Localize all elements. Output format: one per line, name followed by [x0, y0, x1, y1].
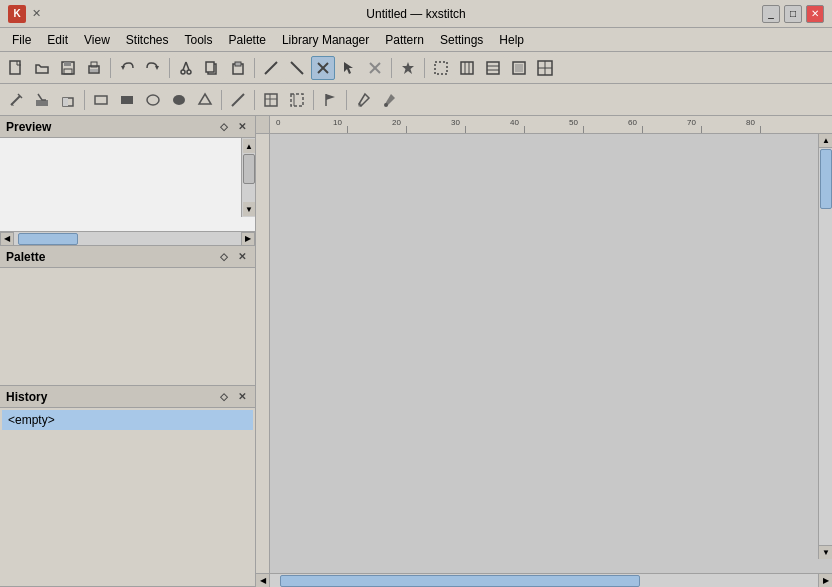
ruler-h-tick: 20: [392, 118, 401, 127]
line-button[interactable]: [285, 56, 309, 80]
fill-button[interactable]: [30, 88, 54, 112]
menu-file[interactable]: File: [4, 31, 39, 49]
sel-magic-button[interactable]: [533, 56, 557, 80]
maximize-button[interactable]: □: [784, 5, 802, 23]
history-controls: ◇ ✕: [217, 390, 249, 404]
close-button[interactable]: ✕: [806, 5, 824, 23]
cut-button[interactable]: [174, 56, 198, 80]
polygon-button[interactable]: [193, 88, 217, 112]
menu-palette[interactable]: Palette: [221, 31, 274, 49]
rect-button[interactable]: [89, 88, 113, 112]
svg-rect-30: [515, 64, 523, 72]
ruler-h-line: [642, 126, 643, 133]
menu-tools[interactable]: Tools: [177, 31, 221, 49]
menu-pattern[interactable]: Pattern: [377, 31, 432, 49]
palette-panel: Palette ◇ ✕: [0, 246, 255, 386]
grid-button[interactable]: [259, 88, 283, 112]
ruler-h-tick: 0: [276, 118, 280, 127]
preview-vscrollbar[interactable]: ▲ ▼: [241, 138, 255, 217]
menubar: File Edit View Stitches Tools Palette Li…: [0, 28, 832, 52]
line3-button[interactable]: [226, 88, 250, 112]
sel-col-button[interactable]: [455, 56, 479, 80]
svg-rect-22: [435, 62, 447, 74]
menu-stitches[interactable]: Stitches: [118, 31, 177, 49]
palette-float-button[interactable]: ◇: [217, 250, 231, 264]
svg-line-10: [186, 62, 189, 70]
fill-rect-button[interactable]: [115, 88, 139, 112]
svg-line-16: [291, 62, 303, 74]
fill-ellipse-button[interactable]: [167, 88, 191, 112]
ruler-h-tick: 50: [569, 118, 578, 127]
new-button[interactable]: [4, 56, 28, 80]
preview-header: Preview ◇ ✕: [0, 116, 255, 138]
minimize-button[interactable]: _: [762, 5, 780, 23]
redo-button[interactable]: [141, 56, 165, 80]
save-button[interactable]: [56, 56, 80, 80]
menu-library-manager[interactable]: Library Manager: [274, 31, 377, 49]
hscroll-left-button[interactable]: ◀: [256, 574, 270, 588]
paste-button[interactable]: [226, 56, 250, 80]
menu-view[interactable]: View: [76, 31, 118, 49]
history-title: History: [6, 390, 47, 404]
star-button[interactable]: [396, 56, 420, 80]
ruler-top: 01020304050607080: [256, 116, 832, 134]
preview-controls: ◇ ✕: [217, 120, 249, 134]
ruler-corner: [256, 116, 270, 134]
svg-line-45: [232, 94, 244, 106]
hscroll-thumb[interactable]: [280, 575, 640, 587]
hscroll-track[interactable]: [270, 574, 818, 587]
fill-dropper-button[interactable]: [377, 88, 401, 112]
separator-2: [169, 58, 170, 78]
history-float-button[interactable]: ◇: [217, 390, 231, 404]
dropper-button[interactable]: [351, 88, 375, 112]
preview-scroll-right[interactable]: ▶: [241, 232, 255, 246]
preview-hscroll-track[interactable]: [14, 232, 241, 245]
preview-hscroll-thumb[interactable]: [18, 233, 78, 245]
preview-close-button[interactable]: ✕: [235, 120, 249, 134]
main-area: Preview ◇ ✕ ▲ ▼ ◀ ▶: [0, 116, 832, 587]
svg-point-53: [358, 103, 362, 107]
flag-button[interactable]: [318, 88, 342, 112]
print-button[interactable]: [82, 56, 106, 80]
ellipse-button[interactable]: [141, 88, 165, 112]
undo-button[interactable]: [115, 56, 139, 80]
hscroll-right-button[interactable]: ▶: [818, 574, 832, 588]
history-close-button[interactable]: ✕: [235, 390, 249, 404]
cross-stitch-button[interactable]: [311, 56, 335, 80]
open-button[interactable]: [30, 56, 54, 80]
menu-help[interactable]: Help: [491, 31, 532, 49]
eraser-button[interactable]: [56, 88, 80, 112]
ruler-h-line: [701, 126, 702, 133]
preview-vscroll-thumb[interactable]: [243, 154, 255, 184]
canvas-container[interactable]: ▲ ▼: [270, 134, 832, 573]
text-frame-button[interactable]: [285, 88, 309, 112]
svg-rect-40: [95, 96, 107, 104]
menu-settings[interactable]: Settings: [432, 31, 491, 49]
preview-scroll-left[interactable]: ◀: [0, 232, 14, 246]
vscroll-up-button[interactable]: ▲: [819, 134, 832, 148]
copy-button[interactable]: [200, 56, 224, 80]
sel-all-button[interactable]: [507, 56, 531, 80]
pencil-button[interactable]: [4, 88, 28, 112]
palette-close-button[interactable]: ✕: [235, 250, 249, 264]
app-name-icon: ✕: [32, 7, 41, 20]
preview-scroll-up[interactable]: ▲: [243, 139, 255, 153]
svg-point-7: [181, 70, 185, 74]
toolbar-main: [0, 52, 832, 84]
sel-rect-button[interactable]: [429, 56, 453, 80]
pointer-button[interactable]: [337, 56, 361, 80]
preview-scroll-down[interactable]: ▼: [243, 202, 255, 216]
backstitch-button[interactable]: [259, 56, 283, 80]
svg-rect-39: [63, 98, 68, 106]
menu-edit[interactable]: Edit: [39, 31, 76, 49]
sel-row-button[interactable]: [481, 56, 505, 80]
svg-rect-23: [461, 62, 473, 74]
preview-float-button[interactable]: ◇: [217, 120, 231, 134]
separator-7: [221, 90, 222, 110]
delete-button[interactable]: [363, 56, 387, 80]
vscroll-down-button[interactable]: ▼: [819, 545, 832, 559]
ruler-h-line: [465, 126, 466, 133]
vscroll-thumb[interactable]: [820, 149, 832, 209]
titlebar-controls: _ □ ✕: [762, 5, 824, 23]
ruler-h-line: [406, 126, 407, 133]
